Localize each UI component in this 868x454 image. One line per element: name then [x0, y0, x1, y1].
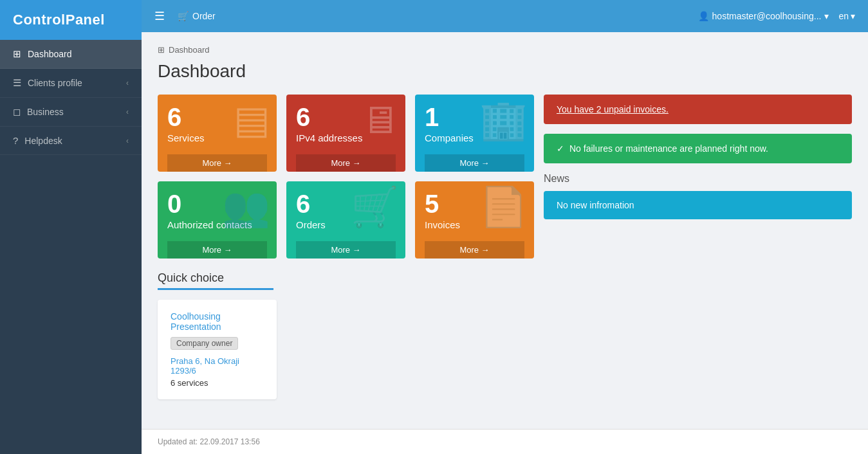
chevron-icon-helpdesk: ‹ — [126, 136, 129, 145]
quick-choice-underline — [158, 288, 273, 290]
business-icon: ◻ — [13, 106, 21, 118]
sidebar: ControlPanel ⊞ Dashboard ☰ Clients profi… — [0, 0, 142, 454]
stat-card-authorized-contacts[interactable]: 0 Authorized contacts 👥 More — [158, 181, 277, 259]
username: hostmaster@coolhousing... — [712, 11, 822, 21]
unpaid-invoices-alert[interactable]: You have 2 unpaid invoices. — [544, 95, 852, 124]
page-title: Dashboard — [158, 61, 852, 82]
news-section: News No new infromation — [544, 173, 852, 219]
breadcrumb-label: Dashboard — [169, 45, 210, 55]
news-title: News — [544, 173, 852, 185]
order-button[interactable]: 🛒 Order — [178, 11, 216, 21]
sidebar-label-business: Business — [27, 107, 64, 117]
breadcrumb: ⊞ Dashboard — [158, 45, 852, 55]
stat-card-companies[interactable]: 1 Companies 🏢 More — [415, 95, 534, 172]
invoices-more[interactable]: More — [425, 241, 524, 259]
chevron-icon-business: ‹ — [126, 107, 129, 116]
unpaid-invoices-link[interactable]: You have 2 unpaid invoices. — [557, 104, 669, 114]
main-content: ☰ 🛒 Order 👤 hostmaster@coolhousing... ▾ … — [142, 0, 868, 454]
breadcrumb-icon: ⊞ — [158, 45, 165, 55]
sidebar-item-helpdesk[interactable]: ? Helpdesk ‹ — [0, 127, 142, 155]
quick-choice-card[interactable]: Coolhousing Presentation Company owner P… — [158, 300, 277, 399]
maintenance-alert: ✓ No failures or maintenance are planned… — [544, 134, 852, 163]
dashboard-icon: ⊞ — [13, 48, 21, 60]
companies-more[interactable]: More — [425, 154, 524, 172]
right-column: You have 2 unpaid invoices. ✓ No failure… — [544, 95, 852, 259]
order-label: Order — [192, 11, 216, 21]
stat-card-invoices[interactable]: 5 Invoices 📄 More — [415, 181, 534, 259]
orders-bg-icon: 🛒 — [351, 188, 399, 226]
sidebar-item-dashboard[interactable]: ⊞ Dashboard — [0, 40, 142, 69]
user-menu[interactable]: 👤 hostmaster@coolhousing... ▾ — [698, 11, 829, 21]
quick-choice-section: Quick choice Coolhousing Presentation Co… — [158, 271, 852, 399]
sidebar-label-dashboard: Dashboard — [28, 49, 72, 59]
company-services: 6 services — [171, 378, 264, 388]
news-content: No new infromation — [557, 200, 634, 210]
app-title: ControlPanel — [0, 0, 142, 40]
quick-choice-title: Quick choice — [158, 271, 852, 285]
maintenance-text: No failures or maintenance are planned r… — [569, 143, 768, 154]
clients-icon: ☰ — [13, 77, 21, 89]
cart-icon: 🛒 — [178, 11, 189, 21]
chevron-icon: ‹ — [126, 78, 129, 87]
invoices-bg-icon: 📄 — [479, 188, 528, 226]
sidebar-label-clients: Clients profile — [28, 78, 82, 88]
company-role-badge: Company owner — [171, 337, 238, 350]
sidebar-label-helpdesk: Helpdesk — [24, 136, 62, 146]
footer: Updated at: 22.09.2017 13:56 — [142, 429, 868, 454]
user-icon: 👤 — [698, 11, 709, 21]
ipv4-bg-icon: 🖥 — [360, 101, 399, 140]
updated-at: Updated at: 22.09.2017 13:56 — [158, 437, 260, 446]
dashboard-grid: 6 Services ▤ More 6 IPv4 addresses 🖥 Mor… — [158, 95, 852, 259]
helpdesk-icon: ? — [13, 135, 18, 146]
sidebar-item-clients-profile[interactable]: ☰ Clients profile ‹ — [0, 69, 142, 98]
companies-bg-icon: 🏢 — [479, 101, 528, 140]
orders-more[interactable]: More — [296, 241, 396, 259]
stat-card-ipv4[interactable]: 6 IPv4 addresses 🖥 More — [286, 95, 405, 172]
news-card: No new infromation — [544, 191, 852, 219]
lang-chevron-icon: ▾ — [851, 11, 855, 21]
lang-selector[interactable]: en ▾ — [838, 11, 855, 21]
services-bg-icon: ▤ — [234, 101, 270, 140]
stat-card-services[interactable]: 6 Services ▤ More — [158, 95, 277, 172]
user-chevron-icon: ▾ — [824, 11, 829, 21]
topbar: ☰ 🛒 Order 👤 hostmaster@coolhousing... ▾ … — [142, 0, 868, 32]
company-address: Praha 6, Na Okraji 1293/6 — [171, 356, 264, 376]
ipv4-more[interactable]: More — [296, 154, 396, 172]
check-icon: ✓ — [557, 143, 564, 154]
lang-label: en — [838, 11, 849, 21]
company-name: Coolhousing Presentation — [171, 311, 264, 332]
stat-card-orders[interactable]: 6 Orders 🛒 More — [286, 181, 405, 259]
auth-contacts-more[interactable]: More — [167, 241, 267, 259]
menu-icon[interactable]: ☰ — [154, 9, 165, 23]
sidebar-item-business[interactable]: ◻ Business ‹ — [0, 98, 142, 127]
auth-contacts-bg-icon: 👥 — [222, 188, 270, 226]
content-area: ⊞ Dashboard Dashboard 6 Services ▤ More … — [142, 32, 868, 429]
services-more[interactable]: More — [167, 154, 267, 172]
